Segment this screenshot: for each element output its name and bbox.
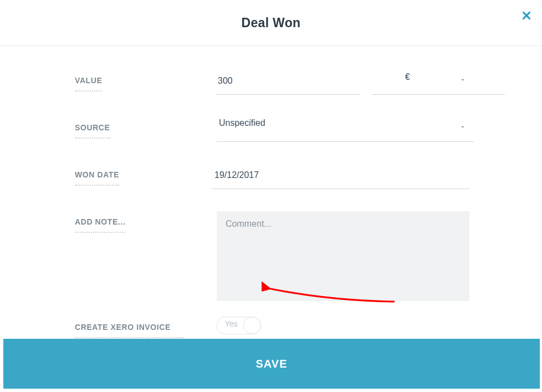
value-input[interactable]	[216, 70, 361, 95]
field-value: €	[216, 70, 469, 95]
row-won-date: WON DATE	[75, 164, 469, 189]
label-won-date: WON DATE	[75, 170, 119, 186]
toggle-label: Yes	[225, 319, 238, 328]
label-xero: CREATE XERO INVOICE	[75, 323, 183, 338]
label-cell: VALUE	[75, 70, 216, 91]
modal-header: Deal Won	[0, 0, 542, 46]
label-source: SOURCE	[75, 123, 110, 139]
save-label: SAVE	[256, 358, 288, 370]
label-add-note: ADD NOTE...	[75, 217, 125, 233]
toggle-knob	[243, 317, 261, 334]
field-note	[217, 211, 469, 301]
source-select[interactable]: Unspecified	[217, 117, 469, 142]
label-cell: WON DATE	[75, 164, 212, 186]
source-value: Unspecified	[217, 117, 474, 142]
close-icon	[521, 13, 532, 23]
modal-title: Deal Won	[0, 0, 542, 45]
label-cell: ADD NOTE...	[75, 211, 217, 233]
note-textarea[interactable]	[217, 211, 469, 301]
currency-select[interactable]: €	[372, 70, 469, 95]
field-source: Unspecified	[217, 117, 469, 142]
close-button[interactable]	[521, 10, 532, 23]
field-won-date	[212, 164, 469, 189]
won-date-input[interactable]	[212, 164, 469, 189]
label-cell: CREATE XERO INVOICE	[75, 317, 217, 338]
xero-toggle[interactable]: Yes	[217, 317, 261, 334]
row-source: SOURCE Unspecified	[75, 117, 469, 142]
row-value: VALUE €	[75, 70, 469, 95]
row-note: ADD NOTE...	[75, 211, 469, 301]
save-button[interactable]: SAVE	[3, 339, 540, 389]
label-cell: SOURCE	[75, 117, 217, 139]
label-value: VALUE	[75, 76, 102, 91]
form-body: VALUE € SOURCE Unspecified	[75, 70, 469, 343]
